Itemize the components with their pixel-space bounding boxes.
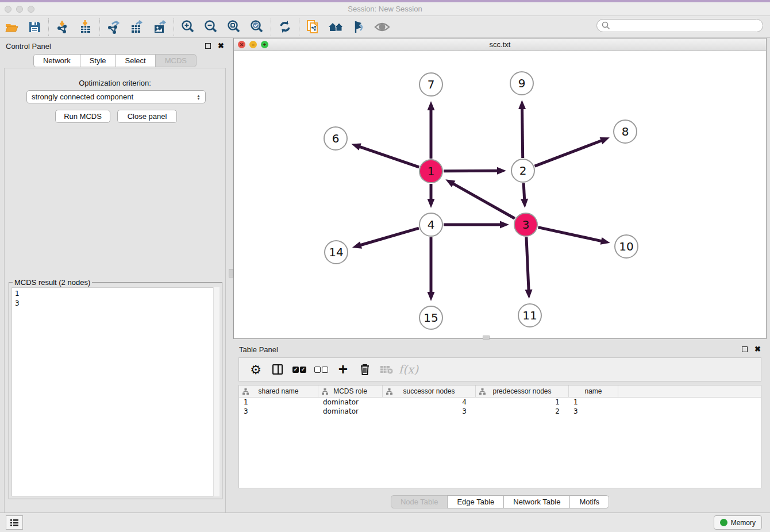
- zoom-selected-icon[interactable]: [245, 18, 268, 36]
- export-table-icon[interactable]: [125, 18, 148, 36]
- table-row[interactable]: 3dominator323: [239, 407, 761, 416]
- home-icon[interactable]: [325, 18, 348, 36]
- node-9[interactable]: 9: [510, 71, 534, 95]
- hide-labels-icon[interactable]: [348, 18, 371, 36]
- table-cell[interactable]: 3: [239, 407, 318, 415]
- edge-2-3[interactable]: [523, 183, 525, 201]
- table-tab-network-table[interactable]: Network Table: [503, 495, 570, 508]
- control-tab-select[interactable]: Select: [116, 54, 156, 67]
- main-toolbar: [0, 16, 770, 38]
- column-header-successor-nodes[interactable]: successor nodes: [383, 385, 476, 397]
- search-icon: [602, 21, 610, 30]
- search-box[interactable]: [596, 19, 763, 32]
- export-image-icon[interactable]: [148, 18, 171, 36]
- show-graphics-details-icon[interactable]: [371, 18, 394, 36]
- node-1[interactable]: 1: [419, 159, 443, 183]
- save-session-icon[interactable]: [23, 18, 46, 36]
- delete-column-icon[interactable]: [354, 361, 376, 378]
- result-scrollbar[interactable]: [213, 287, 220, 496]
- float-panel-icon[interactable]: [205, 43, 211, 49]
- table-row[interactable]: 1dominator411: [239, 398, 761, 407]
- edge-2-9[interactable]: [522, 107, 523, 158]
- table-cell[interactable]: 1: [476, 398, 569, 406]
- settings-gear-icon[interactable]: ⚙: [245, 361, 267, 378]
- edge-3-10[interactable]: [538, 228, 602, 241]
- node-15[interactable]: 15: [419, 306, 443, 330]
- edge-3-1[interactable]: [452, 183, 515, 219]
- table-tab-motifs[interactable]: Motifs: [569, 495, 609, 508]
- select-all-icon[interactable]: ✓✓: [288, 361, 310, 378]
- toolbar-separator: [299, 18, 299, 36]
- run-mcds-button[interactable]: Run MCDS: [55, 110, 110, 123]
- window-title: Session: New Session: [0, 5, 770, 13]
- mcds-result-box: MCDS result (2 nodes) 1 3: [9, 282, 222, 499]
- edge-1-6[interactable]: [359, 147, 419, 167]
- optimization-criterion-select[interactable]: strongly connected component ▲▼: [26, 90, 206, 103]
- table-cell[interactable]: 3: [569, 407, 618, 415]
- edge-1-2[interactable]: [444, 171, 499, 171]
- deselect-all-icon[interactable]: [310, 361, 332, 378]
- mcds-result-text[interactable]: 1 3: [11, 287, 220, 496]
- zoom-fit-icon[interactable]: [222, 18, 245, 36]
- open-session-icon[interactable]: [0, 18, 23, 36]
- table-cell[interactable]: 2: [476, 407, 569, 415]
- column-header-shared-name[interactable]: shared name: [239, 385, 318, 397]
- import-table-icon[interactable]: [74, 18, 97, 36]
- arrowhead-4-15: [428, 292, 435, 301]
- column-header-name[interactable]: name: [569, 385, 618, 397]
- apply-layout-icon[interactable]: [274, 18, 297, 36]
- column-header-MCDS-role[interactable]: MCDS role: [318, 385, 383, 397]
- mcds-tab-content: Optimization criterion: strongly connect…: [4, 68, 226, 532]
- node-11[interactable]: 11: [518, 303, 542, 327]
- zoom-out-icon[interactable]: [199, 18, 222, 36]
- control-tab-mcds[interactable]: MCDS: [155, 54, 197, 67]
- edge-4-14[interactable]: [359, 228, 419, 245]
- node-8[interactable]: 8: [613, 119, 637, 144]
- table-tabs: Node TableEdge TableNetwork TableMotifs: [233, 495, 767, 508]
- node-2[interactable]: 2: [511, 159, 535, 183]
- table-cell[interactable]: 1: [239, 398, 318, 406]
- optimization-criterion-label: Optimization criterion:: [5, 79, 225, 87]
- control-panel-header: Control Panel ✖: [0, 38, 230, 54]
- node-table[interactable]: shared nameMCDS rolesuccessor nodesprede…: [238, 385, 761, 488]
- search-input[interactable]: [613, 20, 763, 31]
- memory-button[interactable]: Memory: [714, 515, 762, 530]
- horizontal-split-handle[interactable]: [483, 336, 490, 340]
- zoom-in-icon[interactable]: [176, 18, 199, 36]
- network-window-titlebar[interactable]: ✕ − + scc.txt: [234, 38, 766, 51]
- add-column-icon[interactable]: +: [332, 361, 354, 378]
- node-10[interactable]: 10: [614, 234, 638, 259]
- control-tab-style[interactable]: Style: [80, 54, 116, 67]
- column-header-predecessor-nodes[interactable]: predecessor nodes: [476, 385, 569, 397]
- table-tab-node-table[interactable]: Node Table: [391, 495, 448, 508]
- export-network-icon[interactable]: [102, 18, 125, 36]
- close-table-panel-icon[interactable]: ✖: [754, 346, 761, 352]
- memory-status-icon: [720, 519, 727, 526]
- network-canvas[interactable]: 7968124314101511: [234, 51, 766, 338]
- table-tab-edge-table[interactable]: Edge Table: [447, 495, 504, 508]
- column-visibility-icon[interactable]: [267, 361, 288, 378]
- clone-network-icon[interactable]: [302, 18, 325, 36]
- task-manager-button[interactable]: [6, 515, 23, 530]
- node-7[interactable]: 7: [419, 72, 443, 97]
- control-tab-network[interactable]: Network: [33, 54, 80, 67]
- arrowhead-1-7: [428, 101, 435, 110]
- edge-3-11[interactable]: [526, 237, 529, 291]
- table-panel-title: Table Panel: [239, 345, 278, 354]
- vertical-split-handle[interactable]: [229, 269, 233, 277]
- float-table-panel-icon[interactable]: [742, 346, 748, 352]
- table-cell[interactable]: dominator: [318, 407, 383, 415]
- table-cell[interactable]: 4: [383, 398, 476, 406]
- close-panel-icon[interactable]: ✖: [218, 43, 224, 49]
- node-6[interactable]: 6: [324, 126, 348, 151]
- table-cell[interactable]: 1: [569, 398, 618, 406]
- import-network-icon[interactable]: [51, 18, 74, 36]
- node-3[interactable]: 3: [514, 213, 538, 237]
- node-4[interactable]: 4: [419, 213, 443, 237]
- table-cell[interactable]: dominator: [318, 398, 383, 406]
- node-14[interactable]: 14: [324, 240, 348, 264]
- table-cell[interactable]: 3: [383, 407, 476, 415]
- edge-2-8[interactable]: [535, 140, 603, 166]
- table-header-row: shared nameMCDS rolesuccessor nodesprede…: [239, 385, 761, 398]
- close-panel-button[interactable]: Close panel: [117, 110, 177, 123]
